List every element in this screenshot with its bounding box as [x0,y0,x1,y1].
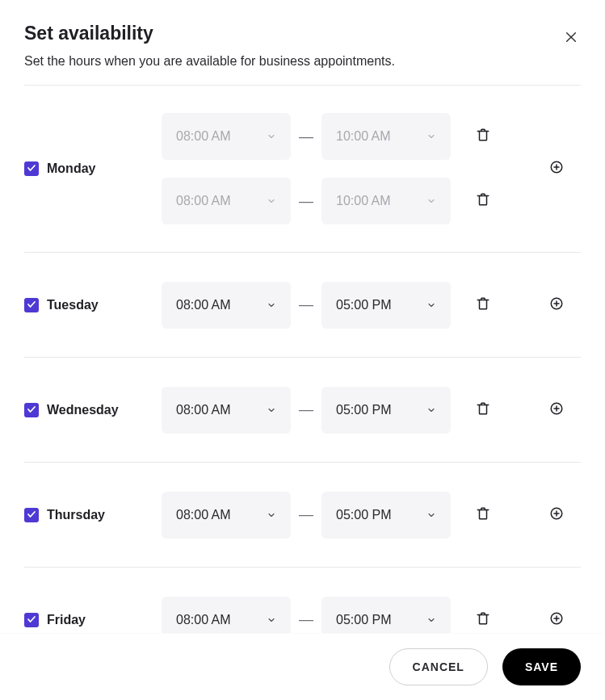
chevron-down-icon [426,615,436,625]
day-name: Wednesday [47,403,119,417]
close-button[interactable] [561,29,581,48]
end-time-select[interactable]: 05:00 PM [321,282,451,329]
plus-circle-icon [549,506,564,524]
start-time-select[interactable]: 08:00 AM [162,387,291,434]
chevron-down-icon [267,300,276,310]
day-checkbox[interactable] [24,161,39,176]
delete-slot-button[interactable] [473,127,493,146]
time-slot-row: 08:00 AM—05:00 PM [162,597,532,634]
time-slot-row: 08:00 AM—05:00 PM [162,492,532,539]
trash-icon [476,192,490,210]
day-row: Wednesday08:00 AM—05:00 PM [24,358,581,463]
day-checkbox[interactable] [24,613,39,627]
slots-column: 08:00 AM—05:00 PM [162,282,532,329]
delete-slot-button[interactable] [473,610,493,630]
delete-slot-button[interactable] [473,296,493,315]
check-icon [27,613,36,627]
end-time-value: 05:00 PM [336,508,391,522]
day-name: Monday [47,161,95,176]
time-range-separator: — [291,611,321,628]
add-slot-button[interactable] [547,296,566,315]
chevron-down-icon [426,196,436,206]
end-time-select[interactable]: 10:00 AM [321,178,451,224]
add-slot-button[interactable] [547,400,566,420]
check-icon [27,161,36,176]
end-time-value: 10:00 AM [336,129,391,144]
chevron-down-icon [426,300,436,310]
save-button[interactable]: Save [502,648,581,685]
time-slot-row: 08:00 AM—10:00 AM [162,113,532,160]
delete-slot-button[interactable] [473,400,493,420]
end-time-select[interactable]: 05:00 PM [321,492,451,539]
day-label-column: Friday [24,613,162,627]
add-slot-button[interactable] [547,505,566,525]
cancel-button[interactable]: Cancel [389,648,488,685]
time-slot-row: 08:00 AM—05:00 PM [162,282,532,329]
end-time-value: 10:00 AM [336,194,391,208]
day-label-column: Thursday [24,508,162,522]
start-time-select[interactable]: 08:00 AM [162,282,291,329]
chevron-down-icon [267,615,276,625]
days-scroll-area[interactable]: Monday08:00 AM—10:00 AM08:00 AM—10:00 AM… [0,85,605,633]
chevron-down-icon [267,510,276,520]
time-range-separator: — [291,193,321,210]
day-row: Thursday08:00 AM—05:00 PM [24,463,581,568]
end-time-select[interactable]: 05:00 PM [321,597,451,634]
add-slot-column [532,400,581,420]
time-slot-row: 08:00 AM—10:00 AM [162,178,532,224]
dialog-header: Set availability Set the hours when you … [0,0,605,85]
dialog-subtitle: Set the hours when you are available for… [24,54,581,69]
delete-slot-button[interactable] [473,191,493,211]
trash-icon [476,506,490,524]
chevron-down-icon [267,405,276,415]
plus-circle-icon [549,296,564,314]
slots-column: 08:00 AM—05:00 PM [162,597,532,634]
day-checkbox[interactable] [24,403,39,417]
day-name: Tuesday [47,298,99,312]
close-icon [565,31,578,47]
day-label-column: Wednesday [24,403,162,417]
time-slot-row: 08:00 AM—05:00 PM [162,387,532,434]
chevron-down-icon [426,132,436,141]
check-icon [27,508,36,522]
add-slot-button[interactable] [547,159,566,178]
chevron-down-icon [426,510,436,520]
end-time-value: 05:00 PM [336,298,391,312]
start-time-select[interactable]: 08:00 AM [162,492,291,539]
slots-column: 08:00 AM—05:00 PM [162,492,532,539]
day-name: Friday [47,613,86,627]
start-time-select[interactable]: 08:00 AM [162,597,291,634]
day-row: Friday08:00 AM—05:00 PM [24,568,581,633]
day-checkbox[interactable] [24,298,39,312]
availability-dialog: Set availability Set the hours when you … [0,0,605,700]
day-checkbox[interactable] [24,508,39,522]
end-time-select[interactable]: 05:00 PM [321,387,451,434]
trash-icon [476,296,490,314]
chevron-down-icon [426,405,436,415]
start-time-value: 08:00 AM [176,129,231,144]
check-icon [27,298,36,312]
trash-icon [476,128,490,145]
add-slot-column [532,159,581,178]
day-label-column: Tuesday [24,298,162,312]
chevron-down-icon [267,196,276,206]
day-row: Monday08:00 AM—10:00 AM08:00 AM—10:00 AM [24,85,581,253]
time-range-separator: — [291,296,321,313]
start-time-select[interactable]: 08:00 AM [162,178,291,224]
day-row: Tuesday08:00 AM—05:00 PM [24,253,581,358]
start-time-select[interactable]: 08:00 AM [162,113,291,160]
day-label-column: Monday [24,161,162,176]
end-time-select[interactable]: 10:00 AM [321,113,451,160]
trash-icon [476,401,490,419]
add-slot-button[interactable] [547,610,566,630]
day-name: Thursday [47,508,105,522]
check-icon [27,403,36,417]
plus-circle-icon [549,160,564,178]
start-time-value: 08:00 AM [176,613,231,627]
add-slot-column [532,610,581,630]
start-time-value: 08:00 AM [176,298,231,312]
plus-circle-icon [549,611,564,629]
trash-icon [476,611,490,629]
time-range-separator: — [291,506,321,523]
delete-slot-button[interactable] [473,505,493,525]
